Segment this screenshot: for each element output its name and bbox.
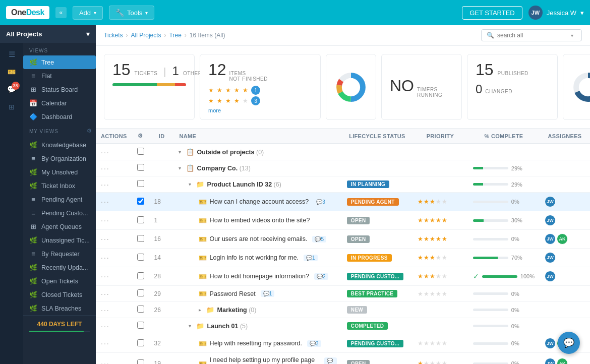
priority-stars: ★★★★★ — [418, 290, 463, 297]
row-checkbox[interactable] — [137, 339, 144, 346]
notification-icon[interactable]: 💬 38 — [7, 85, 17, 94]
table-row: ··· ▾ 📋 Outside of projects (0) — [96, 144, 590, 160]
row-checkbox[interactable] — [137, 216, 144, 223]
pct-text: 0% — [511, 340, 519, 346]
row-checkbox[interactable] — [137, 235, 144, 242]
project-selector[interactable]: All Projects ▾ — [0, 25, 96, 43]
sidebar-item-knowledgebase[interactable]: 🌿 Knowledgebase — [23, 138, 96, 152]
more-link[interactable]: more — [208, 107, 312, 113]
row-actions[interactable]: ··· — [96, 318, 132, 334]
avatar: JW — [545, 215, 556, 226]
user-chevron-icon[interactable]: ▾ — [580, 9, 584, 17]
sidebar-item-dashboard[interactable]: 🔷 Dashboard — [23, 110, 96, 124]
breadcrumb-tickets[interactable]: Tickets — [104, 32, 123, 39]
table-row: ··· 26 ▸ 📁 Marketing (0) NEW 0% — [96, 302, 590, 318]
sidebar-item-by-organization[interactable]: ≡ By Organization — [23, 152, 96, 165]
row-checkbox[interactable] — [137, 289, 144, 296]
ticket-icon: 🎫 — [199, 235, 207, 243]
sidebar-icon-list[interactable]: ☰ — [9, 50, 15, 59]
row-checkbox[interactable] — [137, 164, 144, 171]
sidebar-item-label: Open Tickets — [41, 278, 78, 285]
row-checkbox[interactable] — [137, 306, 144, 313]
sidebar-item-my-unsolved[interactable]: 🌿 My Unsolved — [23, 165, 96, 179]
expand-icon[interactable]: ▾ — [189, 181, 191, 187]
expand-icon[interactable]: ▸ — [199, 307, 201, 313]
sidebar-item-flat[interactable]: ≡ Flat — [23, 69, 96, 83]
row-actions[interactable]: ··· — [96, 353, 132, 365]
search-dropdown-icon[interactable]: ▾ — [571, 33, 573, 38]
add-button[interactable]: Add ▾ — [73, 6, 103, 20]
row-checkbox[interactable] — [137, 148, 144, 155]
row-actions[interactable]: ··· — [96, 334, 132, 353]
row-actions[interactable]: ··· — [96, 144, 132, 160]
row-checkbox[interactable] — [137, 198, 144, 205]
expand-icon[interactable]: ▾ — [189, 323, 191, 329]
sidebar-item-open-tickets[interactable]: 🌿 Open Tickets — [23, 274, 96, 288]
sidebar-item-calendar[interactable]: 📅 Calendar — [23, 96, 96, 110]
sidebar-item-tree[interactable]: 🌿 Tree — [23, 55, 96, 69]
get-started-button[interactable]: GET STARTED — [462, 6, 522, 20]
notification-badge: 38 — [12, 82, 20, 90]
chat-badge: 💬3 — [314, 199, 328, 205]
sidebar-item-agent-queues[interactable]: ⊞ Agent Queues — [23, 220, 96, 233]
assignees: JWAK — [545, 358, 585, 364]
expand-icon[interactable]: ▾ — [179, 149, 181, 155]
row-name: ▾ 📋 Company Co. (13) — [174, 160, 342, 176]
items-label: ITEMS — [229, 71, 268, 76]
row-name: ▾ 📁 Product Launch ID 32 (6) — [174, 176, 342, 193]
sidebar-item-recently-updated[interactable]: 🌿 Recently Upda... — [23, 261, 96, 274]
chat-badge: 💬1 — [261, 290, 275, 297]
row-actions[interactable]: ··· — [96, 302, 132, 318]
row-checkbox[interactable] — [137, 359, 144, 365]
tools-button[interactable]: 🔧 Tools ▾ — [109, 6, 154, 20]
sidebar-item-label: Closed Tickets — [41, 291, 82, 298]
collapse-sidebar-button[interactable]: « — [55, 7, 67, 18]
sidebar-item-pending-cust[interactable]: ≡ Pending Custo... — [23, 206, 96, 220]
sidebar-item-by-requester[interactable]: ≡ By Requester — [23, 247, 96, 261]
chat-button[interactable]: 💬 — [558, 332, 580, 354]
sidebar-item-closed-tickets[interactable]: 🌿 Closed Tickets — [23, 288, 96, 301]
row-actions[interactable]: ··· — [96, 160, 132, 176]
sidebar-item-status-board[interactable]: ⊞ Status Board — [23, 83, 96, 96]
breadcrumb-all-projects[interactable]: All Projects — [131, 32, 161, 39]
progress-orange — [157, 83, 175, 86]
search-input[interactable] — [497, 32, 568, 39]
sidebar-icon-tickets[interactable]: 🎫 — [8, 68, 16, 76]
row-checkbox[interactable] — [137, 322, 144, 329]
row-actions[interactable]: ··· — [96, 267, 132, 286]
settings-header[interactable]: ⚙ — [132, 129, 149, 144]
my-views-settings-icon[interactable]: ⚙ — [87, 128, 92, 134]
items-stars: ★★★★★ 1 ★★★★★ 3 — [208, 86, 312, 105]
progress-bar — [473, 238, 508, 240]
sidebar-item-sla-breaches[interactable]: 🌿 SLA Breaches — [23, 301, 96, 315]
table-row: ··· 32 🎫 Help with resetting my password… — [96, 334, 590, 353]
sidebar-icon-grid[interactable]: ⊞ — [9, 103, 15, 111]
items-stat-card: 12 ITEMS NOT FINISHED ★★★★★ 1 ★★★★★ 3 — [200, 54, 321, 120]
table-container: Actions ⚙ Id Name Lifecycle Status Prior… — [96, 129, 590, 364]
donut-card — [326, 54, 376, 120]
row-actions[interactable]: ··· — [96, 230, 132, 249]
row-checkbox[interactable] — [137, 254, 144, 261]
row-actions[interactable]: ··· — [96, 193, 132, 211]
complete-header: % Complete — [468, 129, 540, 144]
row-actions[interactable]: ··· — [96, 286, 132, 302]
sidebar-item-pending-agent[interactable]: ≡ Pending Agent — [23, 193, 96, 206]
other-label: OTHER — [183, 71, 202, 76]
days-progress-fill — [29, 331, 84, 332]
row-checkbox[interactable] — [137, 272, 144, 279]
row-checkbox[interactable] — [137, 180, 144, 187]
pending-agent-icon: ≡ — [29, 196, 37, 203]
sidebar-item-ticket-inbox[interactable]: 🌿 Ticket Inbox — [23, 179, 96, 193]
sidebar-item-label: Pending Custo... — [41, 210, 88, 217]
expand-icon[interactable]: ▾ — [179, 165, 181, 171]
sidebar-item-unassigned[interactable]: 🌿 Unassigned Tic... — [23, 233, 96, 247]
row-name: ▾ 📁 Launch 01 (5) — [174, 318, 342, 334]
row-actions[interactable]: ··· — [96, 211, 132, 230]
row-actions[interactable]: ··· — [96, 249, 132, 267]
sidebar-item-label: Tree — [41, 59, 54, 66]
timers-stat-card: NO TIMERS RUNNING — [381, 54, 462, 120]
row-actions[interactable]: ··· — [96, 176, 132, 193]
breadcrumb-tree[interactable]: Tree — [169, 32, 182, 39]
folder-icon: 📋 — [186, 148, 194, 156]
status-badge: PENDING CUSTO... — [347, 340, 403, 347]
